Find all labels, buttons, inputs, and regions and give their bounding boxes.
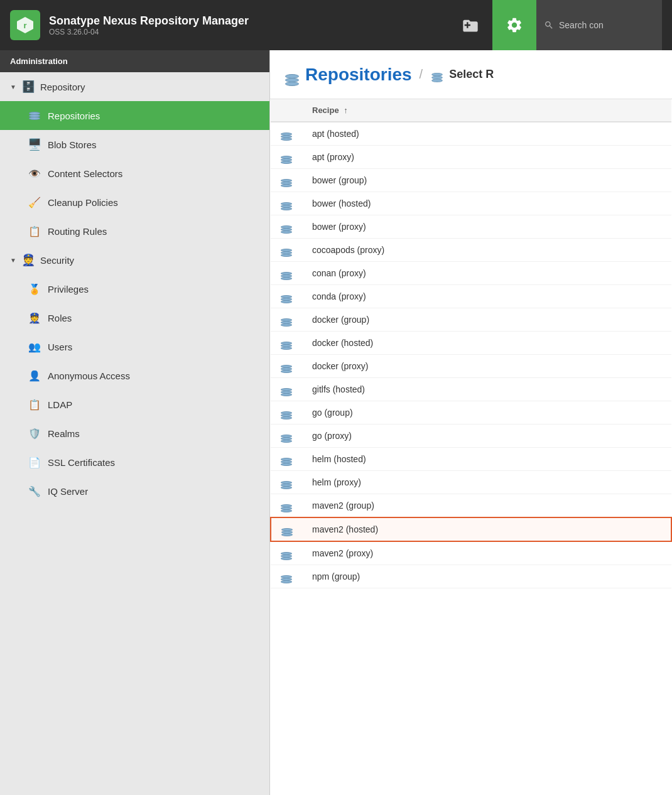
sidebar-section-repository[interactable]: ▼ 🗄️ Repository xyxy=(0,72,269,101)
iq-server-icon: 🔧 xyxy=(28,484,41,498)
content-title: Repositories xyxy=(285,63,412,86)
table-row[interactable]: docker (hosted) xyxy=(271,332,671,355)
sidebar-section-security-label: Security xyxy=(40,255,74,266)
repo-row-recipe[interactable]: docker (hosted) xyxy=(302,332,671,355)
repo-row-icon xyxy=(271,378,302,401)
repo-row-recipe[interactable]: maven2 (hosted) xyxy=(302,517,671,541)
sidebar-item-ldap[interactable]: 📋 LDAP xyxy=(0,390,269,419)
sidebar-item-ldap-label: LDAP xyxy=(48,399,72,410)
repo-row-recipe[interactable]: bower (group) xyxy=(302,169,671,192)
repo-row-recipe[interactable]: gitlfs (hosted) xyxy=(302,378,671,401)
ldap-icon: 📋 xyxy=(28,398,41,411)
table-row[interactable]: maven2 (group) xyxy=(271,494,671,518)
content-title-text: Repositories xyxy=(305,65,412,85)
repo-row-icon xyxy=(271,169,302,192)
repo-row-recipe[interactable]: apt (hosted) xyxy=(302,122,671,146)
table-row[interactable]: conan (proxy) xyxy=(271,262,671,285)
sidebar-item-roles[interactable]: 👮 Roles xyxy=(0,303,269,332)
repo-row-icon xyxy=(271,471,302,494)
sidebar-item-anonymous-access[interactable]: 👤 Anonymous Access xyxy=(0,361,269,390)
sidebar-item-realms[interactable]: 🛡️ Realms xyxy=(0,419,269,448)
sidebar-item-repositories[interactable]: Repositories xyxy=(0,101,269,130)
repo-row-icon xyxy=(271,494,302,518)
sort-asc-icon: ↑ xyxy=(344,105,348,115)
table-row[interactable]: bower (proxy) xyxy=(271,215,671,239)
search-placeholder: Search con xyxy=(559,20,604,30)
app-name: Sonatype Nexus Repository Manager xyxy=(49,14,249,28)
table-row[interactable]: gitlfs (hosted) xyxy=(271,378,671,401)
sidebar-item-cleanup-policies[interactable]: 🧹 Cleanup Policies xyxy=(0,188,269,217)
table-row[interactable]: helm (hosted) xyxy=(271,448,671,471)
repo-row-recipe[interactable]: docker (proxy) xyxy=(302,355,671,378)
security-arrow-icon: ▼ xyxy=(10,257,16,264)
anonymous-access-icon: 👤 xyxy=(28,369,41,382)
repo-row-recipe[interactable]: maven2 (group) xyxy=(302,494,671,518)
sidebar-item-ssl-certificates-label: SSL Certificates xyxy=(48,457,115,468)
repo-row-recipe[interactable]: go (proxy) xyxy=(302,425,671,448)
table-row[interactable]: maven2 (hosted) xyxy=(271,517,671,541)
repo-row-recipe[interactable]: bower (proxy) xyxy=(302,215,671,239)
sidebar-item-blob-stores[interactable]: 🖥️ Blob Stores xyxy=(0,130,269,159)
table-row[interactable]: cocoapods (proxy) xyxy=(271,239,671,262)
content-sub-title-text: Select R xyxy=(449,68,494,81)
settings-icon-button[interactable] xyxy=(492,0,536,50)
sidebar-section-repository-icon: 🗄️ xyxy=(21,80,35,94)
repo-row-icon xyxy=(271,541,302,565)
content-selectors-icon: 👁️ xyxy=(28,166,41,180)
repo-row-recipe[interactable]: helm (proxy) xyxy=(302,471,671,494)
table-row[interactable]: conda (proxy) xyxy=(271,285,671,308)
sidebar-item-privileges[interactable]: 🏅 Privileges xyxy=(0,274,269,303)
privileges-icon: 🏅 xyxy=(28,282,41,296)
col-icon xyxy=(271,99,302,122)
repo-row-recipe[interactable]: bower (hosted) xyxy=(302,192,671,215)
repo-row-icon xyxy=(271,262,302,285)
table-row[interactable]: apt (proxy) xyxy=(271,146,671,169)
repo-row-recipe[interactable]: cocoapods (proxy) xyxy=(302,239,671,262)
repo-row-recipe[interactable]: apt (proxy) xyxy=(302,146,671,169)
col-recipe[interactable]: Recipe ↑ xyxy=(302,99,671,122)
table-row[interactable]: helm (proxy) xyxy=(271,471,671,494)
table-row[interactable]: bower (hosted) xyxy=(271,192,671,215)
sidebar-item-content-selectors-label: Content Selectors xyxy=(48,168,122,179)
repo-row-recipe[interactable]: conan (proxy) xyxy=(302,262,671,285)
sidebar-item-ssl-certificates[interactable]: 📄 SSL Certificates xyxy=(0,448,269,477)
table-row[interactable]: go (proxy) xyxy=(271,425,671,448)
sidebar-item-users[interactable]: 👥 Users xyxy=(0,332,269,361)
table-row[interactable]: go (group) xyxy=(271,401,671,425)
sidebar-section-security[interactable]: ▼ 👮 Security xyxy=(0,246,269,274)
content-sub-icon xyxy=(430,66,444,84)
repo-row-icon xyxy=(271,355,302,378)
repository-arrow-icon: ▼ xyxy=(10,84,16,90)
sidebar-item-iq-server[interactable]: 🔧 IQ Server xyxy=(0,477,269,506)
svg-text:r: r xyxy=(23,21,26,30)
content-title-icon xyxy=(285,63,299,86)
repo-row-recipe[interactable]: maven2 (proxy) xyxy=(302,541,671,565)
col-recipe-label: Recipe xyxy=(312,105,339,115)
sidebar-item-anonymous-access-label: Anonymous Access xyxy=(48,370,130,381)
repo-row-recipe[interactable]: docker (group) xyxy=(302,308,671,332)
table-row[interactable]: docker (group) xyxy=(271,308,671,332)
sidebar: Administration ▼ 🗄️ Repository Repositor… xyxy=(0,50,270,795)
repo-row-icon xyxy=(271,448,302,471)
repo-row-icon xyxy=(271,565,302,588)
sidebar-item-routing-rules-label: Routing Rules xyxy=(48,226,107,237)
browse-icon-button[interactable] xyxy=(448,0,492,50)
search-box[interactable]: Search con xyxy=(536,0,662,50)
sidebar-section-repository-label: Repository xyxy=(40,82,85,92)
sidebar-item-routing-rules[interactable]: 📋 Routing Rules xyxy=(0,217,269,246)
table-row[interactable]: bower (group) xyxy=(271,169,671,192)
table-row[interactable]: apt (hosted) xyxy=(271,122,671,146)
table-row[interactable]: maven2 (proxy) xyxy=(271,541,671,565)
sidebar-item-roles-label: Roles xyxy=(48,313,72,323)
repo-row-recipe[interactable]: helm (hosted) xyxy=(302,448,671,471)
routing-rules-icon: 📋 xyxy=(28,224,41,238)
table-row[interactable]: npm (group) xyxy=(271,565,671,588)
table-row[interactable]: docker (proxy) xyxy=(271,355,671,378)
header-icons: Search con xyxy=(448,0,662,50)
repo-row-recipe[interactable]: go (group) xyxy=(302,401,671,425)
repo-row-icon xyxy=(271,401,302,425)
sidebar-item-content-selectors[interactable]: 👁️ Content Selectors xyxy=(0,159,269,188)
repo-row-recipe[interactable]: conda (proxy) xyxy=(302,285,671,308)
repo-row-recipe[interactable]: npm (group) xyxy=(302,565,671,588)
cleanup-policies-icon: 🧹 xyxy=(28,195,41,209)
